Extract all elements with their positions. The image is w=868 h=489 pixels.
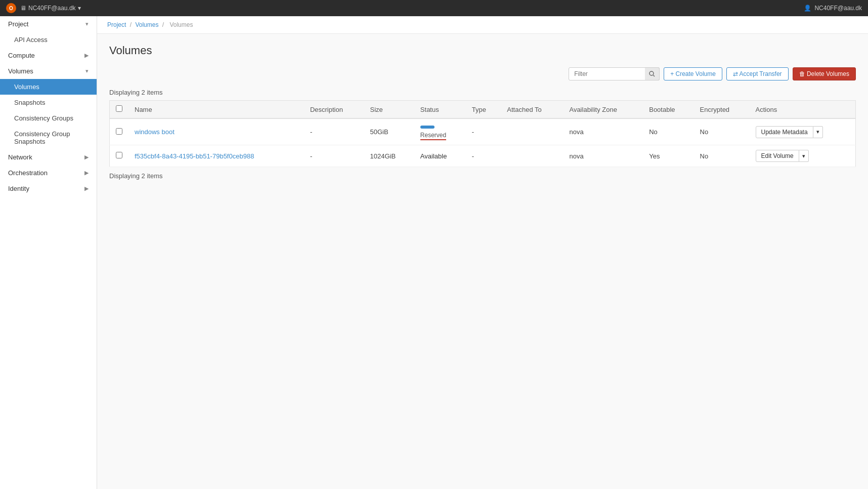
breadcrumb-separator: /: [130, 21, 134, 28]
action-group: Update Metadata ▾: [756, 126, 849, 138]
svg-line-3: [654, 75, 655, 77]
page-title: Volumes: [109, 44, 856, 57]
row-attached-to: [501, 118, 563, 145]
app-logo: O: [6, 3, 16, 13]
row-checkbox-cell[interactable]: [110, 145, 129, 167]
main-layout: Project ▾ API Access Compute ▶ Volumes ▾…: [0, 16, 868, 489]
row-checkbox[interactable]: [116, 128, 122, 135]
select-all-checkbox[interactable]: [116, 105, 122, 112]
row-bootable: No: [643, 118, 693, 145]
user-icon: 👤: [804, 5, 811, 12]
chevron-down-icon: ▾: [85, 68, 89, 74]
col-header-size: Size: [364, 101, 414, 119]
sidebar-item-label: Orchestration: [8, 169, 48, 177]
delete-volumes-button[interactable]: 🗑 Delete Volumes: [793, 67, 856, 80]
row-size: 1024GiB: [364, 145, 414, 167]
sidebar-item-compute[interactable]: Compute ▶: [0, 48, 97, 63]
sidebar-item-snapshots[interactable]: Snapshots: [0, 95, 97, 110]
sidebar-item-label: Network: [8, 153, 32, 161]
filter-wrapper: [569, 67, 660, 80]
svg-point-2: [649, 71, 654, 75]
col-header-actions: Actions: [750, 101, 856, 119]
row-availability-zone: nova: [563, 145, 643, 167]
chevron-right-icon: ▶: [84, 185, 89, 192]
row-description: -: [304, 145, 364, 167]
topbar-left: O 🖥 NC40FF@aau.dk ▾: [6, 3, 81, 13]
action-dropdown-button[interactable]: ▾: [799, 150, 809, 162]
action-dropdown-button[interactable]: ▾: [813, 126, 823, 138]
row-status: Reserved: [414, 118, 466, 145]
svg-text:O: O: [9, 6, 13, 11]
filter-search-button[interactable]: [645, 67, 660, 80]
breadcrumb: Project / Volumes / Volumes: [97, 16, 868, 34]
sidebar-item-label: Identity: [8, 185, 29, 192]
accept-transfer-button[interactable]: ⇄ Accept Transfer: [726, 67, 789, 80]
breadcrumb-separator: /: [162, 21, 166, 28]
sidebar-item-label: Volumes: [14, 83, 39, 91]
row-attached-to: [501, 145, 563, 167]
row-encrypted: No: [694, 145, 750, 167]
sidebar-item-label: Project: [8, 20, 28, 28]
chevron-down-icon: ▾: [85, 21, 89, 27]
breadcrumb-volumes[interactable]: Volumes: [135, 21, 158, 28]
row-encrypted: No: [694, 118, 750, 145]
sidebar-item-consistency-group-snapshots[interactable]: Consistency Group Snapshots: [0, 126, 97, 149]
status-reserved-label: Reserved: [420, 132, 446, 140]
sidebar-item-orchestration[interactable]: Orchestration ▶: [0, 165, 97, 181]
table-row: windows boot - 50GiB Reserved - nova: [110, 118, 856, 145]
row-type: -: [466, 118, 501, 145]
sidebar: Project ▾ API Access Compute ▶ Volumes ▾…: [0, 16, 97, 489]
sidebar-item-label: Consistency Group Snapshots: [14, 130, 89, 145]
sidebar-item-network[interactable]: Network ▶: [0, 149, 97, 165]
row-checkbox[interactable]: [116, 152, 122, 158]
row-type: -: [466, 145, 501, 167]
table-header: Name Description Size Status Type Attach…: [110, 101, 856, 119]
breadcrumb-current: Volumes: [169, 21, 193, 28]
sidebar-item-volumes[interactable]: Volumes ▾: [0, 63, 97, 79]
project-label: NC40FF@aau.dk: [28, 5, 76, 12]
col-header-bootable: Bootable: [643, 101, 693, 119]
toolbar: + Create Volume ⇄ Accept Transfer 🗑 Dele…: [109, 67, 856, 80]
row-name: windows boot: [128, 118, 304, 145]
chevron-right-icon: ▶: [84, 170, 89, 176]
volume-name-link[interactable]: f535cbf4-8a43-4195-bb51-79b5f0ceb988: [135, 152, 254, 160]
sidebar-item-project[interactable]: Project ▾: [0, 16, 97, 32]
monitor-icon: 🖥: [20, 5, 26, 12]
col-header-attached-to: Attached To: [501, 101, 563, 119]
volume-name-link[interactable]: windows boot: [135, 128, 175, 136]
row-size: 50GiB: [364, 118, 414, 145]
table-display-count-top: Displaying 2 items: [109, 89, 856, 96]
create-volume-button[interactable]: + Create Volume: [664, 67, 722, 80]
row-availability-zone: nova: [563, 118, 643, 145]
sidebar-item-volumes-sub[interactable]: Volumes: [0, 79, 97, 95]
breadcrumb-project[interactable]: Project: [107, 21, 126, 28]
sidebar-item-label: Snapshots: [14, 99, 45, 106]
update-metadata-button[interactable]: Update Metadata: [756, 126, 813, 138]
chevron-right-icon: ▶: [84, 52, 89, 59]
sidebar-item-label: Consistency Groups: [14, 114, 73, 122]
chevron-right-icon: ▶: [84, 154, 89, 160]
edit-volume-button[interactable]: Edit Volume: [756, 150, 799, 162]
row-actions: Edit Volume ▾: [750, 145, 856, 167]
row-actions: Update Metadata ▾: [750, 118, 856, 145]
sidebar-item-consistency-groups[interactable]: Consistency Groups: [0, 110, 97, 126]
sidebar-item-label: Compute: [8, 52, 35, 59]
col-header-encrypted: Encrypted: [694, 101, 750, 119]
col-header-description: Description: [304, 101, 364, 119]
action-group: Edit Volume ▾: [756, 150, 849, 162]
sidebar-item-api-access[interactable]: API Access: [0, 32, 97, 48]
status-badge: [420, 126, 435, 129]
select-all-header[interactable]: [110, 101, 129, 119]
search-icon: [649, 71, 655, 77]
row-checkbox-cell[interactable]: [110, 118, 129, 145]
table-body: windows boot - 50GiB Reserved - nova: [110, 118, 856, 167]
project-selector[interactable]: 🖥 NC40FF@aau.dk ▾: [20, 5, 81, 12]
row-status: Available: [414, 145, 466, 167]
row-bootable: Yes: [643, 145, 693, 167]
row-name: f535cbf4-8a43-4195-bb51-79b5f0ceb988: [128, 145, 304, 167]
col-header-name: Name: [128, 101, 304, 119]
sidebar-item-identity[interactable]: Identity ▶: [0, 181, 97, 196]
col-header-availability-zone: Availability Zone: [563, 101, 643, 119]
volumes-table: Name Description Size Status Type Attach…: [109, 100, 856, 167]
table-display-count-bottom: Displaying 2 items: [109, 172, 856, 180]
